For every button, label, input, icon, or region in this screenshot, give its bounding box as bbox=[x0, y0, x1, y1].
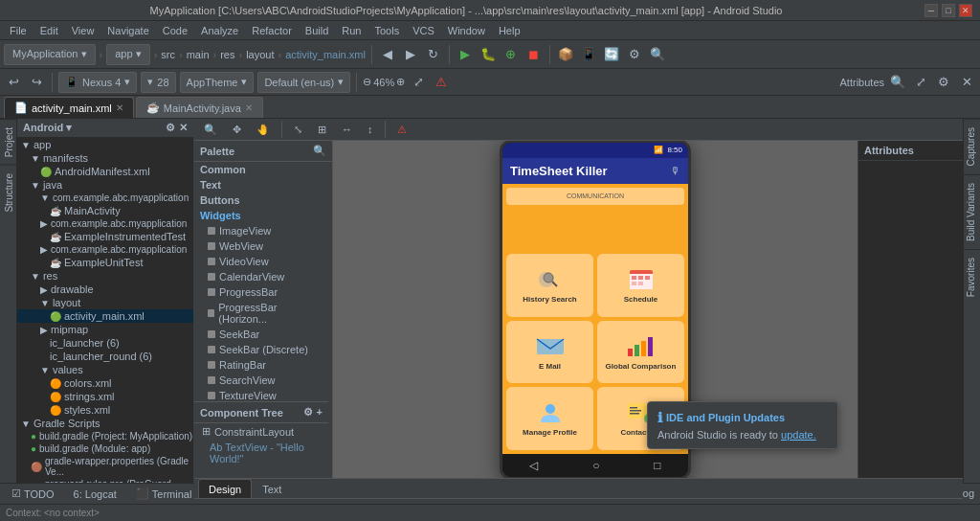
attr-close-icon[interactable]: ✕ bbox=[957, 73, 976, 92]
vtab-captures[interactable]: Captures bbox=[964, 119, 980, 174]
tab-close-main[interactable]: ✕ bbox=[245, 102, 253, 113]
canvas-area[interactable]: 📶 8:50 TimeSheet Killer 🎙 COMMUNICATION bbox=[333, 141, 858, 478]
palette-section-common[interactable]: Common bbox=[194, 162, 332, 177]
menu-run[interactable]: Run bbox=[336, 23, 367, 38]
design-move-btn[interactable]: ✥ bbox=[227, 119, 247, 140]
refresh-icon[interactable]: ↻ bbox=[424, 45, 443, 64]
sidebar-close-icon[interactable]: ✕ bbox=[179, 122, 188, 134]
menu-vcs[interactable]: VCS bbox=[407, 23, 440, 38]
api-dropdown[interactable]: ▾ 28 bbox=[141, 72, 175, 93]
phone-cell-email[interactable]: E Mail bbox=[506, 321, 593, 384]
phone-home-btn[interactable]: ○ bbox=[592, 459, 599, 472]
menu-help[interactable]: Help bbox=[493, 23, 526, 38]
maximize-button[interactable]: □ bbox=[942, 4, 955, 17]
project-dropdown[interactable]: MyApplication ▾ bbox=[4, 44, 96, 65]
sdk-manager-icon[interactable]: 📦 bbox=[556, 45, 575, 64]
settings-icon[interactable]: ⚙ bbox=[625, 45, 644, 64]
palette-section-text[interactable]: Text bbox=[194, 177, 332, 193]
tree-item-activity-main[interactable]: 🟢 activity_main.xml bbox=[17, 309, 193, 323]
avd-icon[interactable]: 📱 bbox=[579, 45, 598, 64]
palette-searchview[interactable]: SearchView bbox=[194, 373, 332, 388]
design-search-btn[interactable]: 🔍 bbox=[198, 119, 223, 140]
menu-tools[interactable]: Tools bbox=[368, 23, 405, 38]
phone-back-btn[interactable]: ◁ bbox=[529, 459, 538, 472]
palette-search-icon[interactable]: 🔍 bbox=[313, 145, 326, 157]
tree-item-ic-launcher[interactable]: ic_launcher (6) bbox=[17, 336, 193, 350]
phone-cell-history[interactable]: History Search bbox=[506, 254, 593, 317]
attach-icon[interactable]: ⊕ bbox=[501, 45, 521, 64]
stop-icon[interactable]: ◼ bbox=[524, 45, 544, 64]
menu-file[interactable]: File bbox=[4, 23, 33, 38]
locale-dropdown[interactable]: Default (en-us) ▾ bbox=[257, 72, 350, 93]
ide-popup-update-link[interactable]: update. bbox=[781, 429, 816, 441]
phone-cell-schedule[interactable]: Schedule bbox=[597, 254, 684, 317]
tree-item-drawable[interactable]: ▶ drawable bbox=[17, 283, 193, 296]
design-group-btn[interactable]: ⊞ bbox=[312, 119, 332, 140]
vtab-project[interactable]: Project bbox=[0, 119, 16, 165]
tree-item-gradle-wrapper[interactable]: 🟤 gradle-wrapper.properties (Gradle Ve..… bbox=[17, 455, 193, 478]
tree-item-strings[interactable]: 🟠 strings.xml bbox=[17, 390, 193, 403]
attr-search-icon[interactable]: 🔍 bbox=[888, 73, 907, 92]
palette-ratingbar[interactable]: RatingBar bbox=[194, 357, 332, 373]
palette-imageview[interactable]: ImageView bbox=[194, 223, 332, 238]
tree-item-pkg2[interactable]: ▶ com.example.abc.myapplication bbox=[17, 217, 193, 230]
phone-cell-global[interactable]: Global Comparison bbox=[597, 321, 684, 384]
zoom-in-icon[interactable]: ↪ bbox=[27, 73, 46, 92]
comp-tree-add-icon[interactable]: + bbox=[317, 406, 323, 419]
tab-mainactivity[interactable]: ☕ MainActivity.java ✕ bbox=[136, 97, 263, 118]
tab-close-activity[interactable]: ✕ bbox=[116, 102, 123, 113]
tree-item-proguard[interactable]: 🟤 proguard-rules.pro (ProGuard Rules fo.… bbox=[17, 478, 193, 483]
fit-icon[interactable]: ⤢ bbox=[409, 73, 428, 92]
palette-section-widgets[interactable]: Widgets bbox=[194, 208, 332, 223]
menu-code[interactable]: Code bbox=[157, 23, 193, 38]
menu-refactor[interactable]: Refactor bbox=[246, 23, 298, 38]
zoom-control[interactable]: ⊖ 46% ⊕ bbox=[363, 76, 405, 88]
tree-item-layout[interactable]: ▼ layout bbox=[17, 296, 193, 309]
design-resize-btn[interactable]: ⤡ bbox=[288, 119, 308, 140]
run-icon[interactable]: ▶ bbox=[456, 45, 475, 64]
design-tab-text[interactable]: Text bbox=[252, 479, 292, 498]
tree-item-styles[interactable]: 🟠 styles.xml bbox=[17, 403, 193, 417]
tree-item-colors[interactable]: 🟠 colors.xml bbox=[17, 376, 193, 390]
tree-item-exampleunit[interactable]: ☕ ExampleUnitTest bbox=[17, 256, 193, 269]
tree-item-ic-launcher-round[interactable]: ic_launcher_round (6) bbox=[17, 350, 193, 363]
design-pan-btn[interactable]: 🤚 bbox=[251, 119, 276, 140]
tab-activity-main[interactable]: 📄 activity_main.xml ✕ bbox=[4, 97, 134, 118]
sync-icon[interactable]: 🔄 bbox=[602, 45, 621, 64]
minimize-button[interactable]: ─ bbox=[924, 4, 938, 17]
palette-section-buttons[interactable]: Buttons bbox=[194, 193, 332, 208]
close-button[interactable]: ✕ bbox=[959, 4, 972, 17]
palette-videoview[interactable]: VideoView bbox=[194, 254, 332, 269]
design-tab-design[interactable]: Design bbox=[198, 479, 252, 498]
comp-constraint-layout[interactable]: ⊞ ConstraintLayout bbox=[194, 423, 328, 440]
menu-edit[interactable]: Edit bbox=[34, 23, 64, 38]
tree-item-java[interactable]: ▼ java bbox=[17, 178, 193, 192]
tree-item-exampleinstrumented[interactable]: ☕ ExampleInstrumentedTest bbox=[17, 230, 193, 243]
zoom-out-icon[interactable]: ↩ bbox=[4, 73, 23, 92]
menu-navigate[interactable]: Navigate bbox=[101, 23, 154, 38]
tree-item-app[interactable]: ▼ app bbox=[17, 138, 193, 151]
search-global-icon[interactable]: 🔍 bbox=[648, 45, 667, 64]
design-margin-btn[interactable]: ↕ bbox=[362, 119, 379, 140]
comp-tree-gear-icon[interactable]: ⚙ bbox=[303, 406, 313, 419]
tree-item-res[interactable]: ▼ res bbox=[17, 269, 193, 283]
palette-textureview[interactable]: TextureView bbox=[194, 388, 332, 401]
tree-item-manifests[interactable]: ▼ manifests bbox=[17, 151, 193, 165]
bottom-logcat[interactable]: 6: Logcat bbox=[68, 487, 122, 502]
palette-webview[interactable]: WebView bbox=[194, 238, 332, 254]
palette-calendarview[interactable]: CalendarView bbox=[194, 269, 332, 284]
palette-seekbar[interactable]: SeekBar bbox=[194, 327, 332, 342]
app-dropdown[interactable]: app ▾ bbox=[106, 44, 149, 65]
forward-button[interactable]: ▶ bbox=[401, 45, 420, 64]
tree-item-gradle-scripts[interactable]: ▼ Gradle Scripts bbox=[17, 417, 193, 430]
tree-item-mipmap[interactable]: ▶ mipmap bbox=[17, 323, 193, 336]
theme-dropdown[interactable]: AppTheme ▾ bbox=[180, 72, 255, 93]
attr-gear-icon[interactable]: ⚙ bbox=[934, 73, 953, 92]
phone-recents-btn[interactable]: □ bbox=[654, 459, 660, 472]
tree-item-pkg3[interactable]: ▶ com.example.abc.myapplication bbox=[17, 243, 193, 256]
vtab-build-variants[interactable]: Build Variants bbox=[964, 174, 980, 249]
comp-textview[interactable]: Ab TextView - "Hello World!" bbox=[194, 440, 328, 466]
phone-cell-profile[interactable]: Manage Profile bbox=[506, 387, 593, 450]
bottom-terminal[interactable]: ⬛ Terminal bbox=[130, 486, 198, 502]
tree-item-mainactivity[interactable]: ☕ MainActivity bbox=[17, 204, 193, 217]
